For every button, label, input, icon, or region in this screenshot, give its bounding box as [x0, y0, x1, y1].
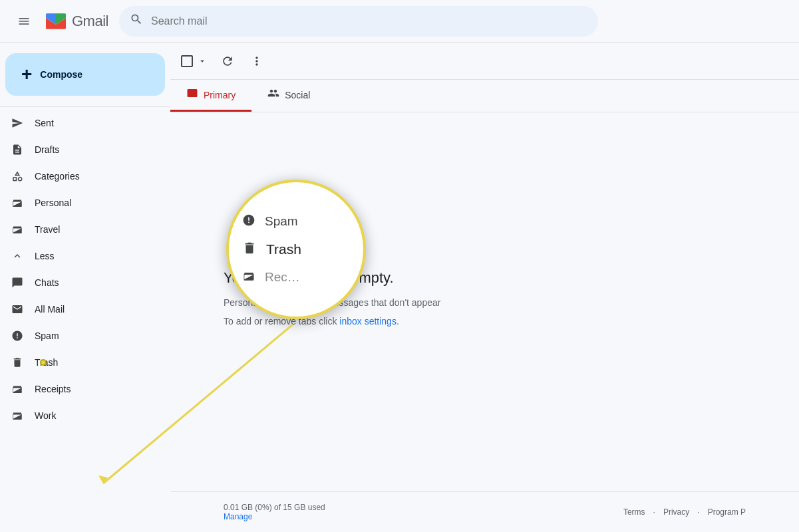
sidebar-item-trash-label: Trash	[35, 357, 149, 368]
work-icon	[11, 410, 24, 422]
sidebar-item-categories[interactable]: Categories	[0, 163, 160, 190]
sidebar-item-less[interactable]: Less	[0, 243, 160, 269]
less-icon	[11, 250, 24, 262]
sidebar-item-sent[interactable]: Sent	[0, 110, 160, 136]
sidebar-item-chats[interactable]: Chats	[0, 269, 160, 296]
travel-icon	[11, 223, 24, 235]
sidebar: + Compose Sent Drafts Categories	[0, 43, 170, 532]
trash-icon	[11, 356, 24, 368]
main-layout: + Compose Sent Drafts Categories	[0, 43, 799, 532]
trash-yellow-dot	[40, 359, 47, 366]
search-input[interactable]	[151, 15, 587, 27]
inbox-settings-link[interactable]: inbox settings	[339, 316, 397, 327]
search-icon	[130, 13, 143, 29]
empty-state-footer: To add or remove tabs click inbox settin…	[224, 316, 399, 327]
sidebar-item-personal-label: Personal	[35, 198, 149, 208]
empty-state-body: Personal messages and messages that don'…	[224, 297, 440, 308]
empty-state: Your Primary tab is empty. Personal mess…	[170, 112, 799, 491]
sidebar-item-all-mail-label: All Mail	[35, 304, 149, 315]
primary-tab-icon	[186, 87, 198, 102]
sidebar-item-receipts[interactable]: Receipts	[0, 376, 160, 402]
sidebar-item-spam[interactable]: Spam	[0, 323, 160, 349]
more-options-button[interactable]	[245, 49, 269, 73]
footer-links: Terms · Privacy · Program P	[623, 507, 746, 517]
toolbar	[170, 43, 799, 80]
sidebar-item-travel[interactable]: Travel	[0, 216, 160, 243]
sidebar-divider	[0, 106, 170, 107]
tab-social[interactable]: Social	[251, 80, 326, 112]
select-all-checkbox[interactable]	[181, 55, 193, 67]
gmail-text-label: Gmail	[72, 13, 108, 30]
personal-icon	[11, 197, 24, 209]
sidebar-item-work-label: Work	[35, 410, 149, 421]
sidebar-item-categories-label: Categories	[35, 171, 149, 182]
empty-state-heading: Your Primary tab is empty.	[224, 269, 394, 287]
social-tab-icon	[267, 87, 279, 102]
sidebar-item-receipts-label: Receipts	[35, 384, 149, 394]
sidebar-item-all-mail[interactable]: All Mail	[0, 296, 160, 323]
tab-primary-label: Primary	[204, 90, 236, 100]
footer-storage-text: 0.01 GB (0%) of 15 GB used	[224, 503, 325, 512]
sidebar-item-sent-label: Sent	[35, 118, 149, 128]
footer-terms-link[interactable]: Terms	[623, 507, 645, 517]
compose-plus-icon: +	[21, 65, 32, 84]
footer-privacy-link[interactable]: Privacy	[663, 507, 689, 517]
search-bar[interactable]	[119, 6, 598, 37]
footer-storage-info: 0.01 GB (0%) of 15 GB used Manage	[224, 503, 325, 521]
content-area: Primary Social Your Primary tab is empty…	[170, 43, 799, 532]
topbar: Gmail	[0, 0, 799, 43]
gmail-m-icon	[43, 8, 69, 35]
sent-icon	[11, 117, 24, 129]
footer: 0.01 GB (0%) of 15 GB used Manage Terms …	[170, 491, 799, 532]
sidebar-item-drafts[interactable]: Drafts	[0, 136, 160, 163]
sidebar-item-trash[interactable]: Trash	[0, 349, 160, 376]
spam-icon	[11, 330, 24, 342]
footer-manage-link[interactable]: Manage	[224, 512, 252, 521]
sidebar-item-chats-label: Chats	[35, 277, 149, 288]
sidebar-item-travel-label: Travel	[35, 224, 149, 235]
footer-program-link[interactable]: Program P	[708, 507, 746, 517]
drafts-icon	[11, 144, 24, 156]
tabs-bar: Primary Social	[170, 80, 799, 112]
categories-icon	[11, 170, 24, 182]
receipts-icon	[11, 383, 24, 395]
sidebar-item-personal[interactable]: Personal	[0, 190, 160, 216]
sidebar-item-work[interactable]: Work	[0, 402, 160, 429]
sidebar-item-less-label: Less	[35, 251, 149, 261]
sidebar-item-spam-label: Spam	[35, 331, 149, 341]
compose-label: Compose	[40, 69, 82, 80]
gmail-logo: Gmail	[43, 8, 108, 35]
tab-social-label: Social	[285, 90, 310, 100]
tab-primary[interactable]: Primary	[170, 80, 251, 112]
hamburger-button[interactable]	[11, 8, 37, 35]
chats-icon	[11, 277, 24, 289]
sidebar-item-drafts-label: Drafts	[35, 144, 149, 155]
refresh-button[interactable]	[216, 49, 240, 73]
select-checkbox-area[interactable]	[181, 49, 210, 73]
empty-state-period: .	[397, 316, 399, 327]
empty-state-footer-text: To add or remove tabs click	[224, 316, 339, 327]
all-mail-icon	[11, 303, 24, 315]
compose-button[interactable]: + Compose	[5, 53, 165, 96]
select-dropdown-button[interactable]	[194, 49, 210, 73]
